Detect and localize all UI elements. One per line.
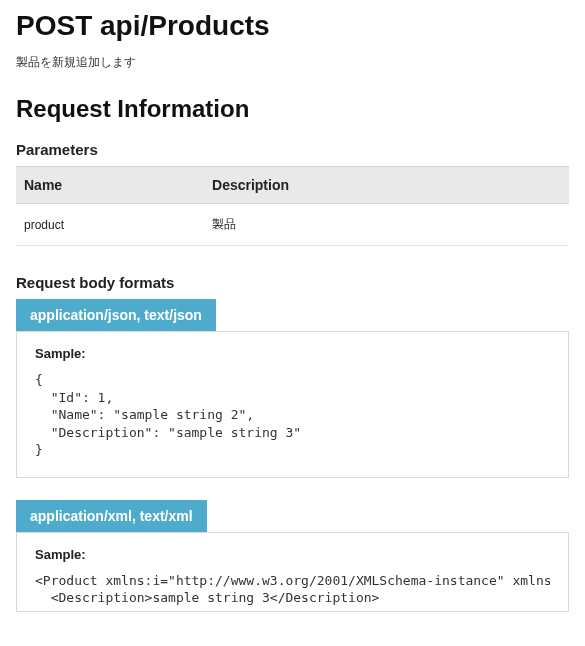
request-info-heading: Request Information (16, 95, 569, 123)
col-name-header: Name (16, 167, 204, 204)
sample-code-xml: <Product xmlns:i="http://www.w3.org/2001… (35, 572, 550, 607)
col-desc-header: Description (204, 167, 569, 204)
format-block-xml: application/xml, text/xml Sample: <Produ… (16, 500, 569, 612)
sample-label: Sample: (35, 547, 550, 562)
param-name: product (16, 204, 204, 246)
format-body-json: Sample: { "Id": 1, "Name": "sample strin… (16, 331, 569, 478)
body-formats-heading: Request body formats (16, 274, 569, 291)
sample-code-json: { "Id": 1, "Name": "sample string 2", "D… (35, 371, 550, 459)
parameters-table: Name Description product 製品 (16, 166, 569, 246)
page-title: POST api/Products (16, 10, 569, 42)
table-row: product 製品 (16, 204, 569, 246)
endpoint-description: 製品を新規追加します (16, 54, 569, 71)
format-tab-xml[interactable]: application/xml, text/xml (16, 500, 207, 532)
sample-label: Sample: (35, 346, 550, 361)
format-tab-json[interactable]: application/json, text/json (16, 299, 216, 331)
parameters-heading: Parameters (16, 141, 569, 158)
format-body-xml: Sample: <Product xmlns:i="http://www.w3.… (16, 532, 569, 612)
param-desc: 製品 (204, 204, 569, 246)
format-block-json: application/json, text/json Sample: { "I… (16, 299, 569, 478)
